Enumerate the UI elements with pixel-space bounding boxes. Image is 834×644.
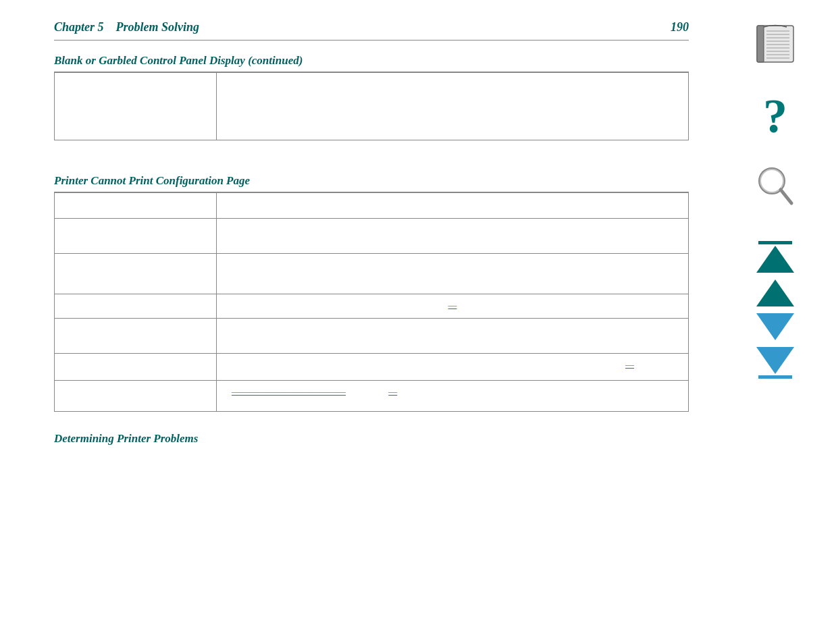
table-cell-right xyxy=(217,73,689,140)
first-page-up-button[interactable] xyxy=(756,241,794,273)
link-text-2[interactable]: — xyxy=(388,386,397,396)
table-cell: — xyxy=(217,294,689,319)
table-cell xyxy=(55,319,217,354)
table-cell xyxy=(55,219,217,254)
table-cell xyxy=(55,381,217,412)
main-content: Chapter 5 Problem Solving 190 Blank or G… xyxy=(0,0,716,644)
chapter-subtitle: Problem Solving xyxy=(116,20,200,34)
section2-table: — — ————————————— — xyxy=(54,192,689,412)
page-down-button[interactable] xyxy=(756,313,794,340)
table-cell xyxy=(217,219,689,254)
table-cell xyxy=(55,193,217,219)
table-cell xyxy=(217,254,689,294)
footer-title: Determining Printer Problems xyxy=(54,432,689,446)
table-row xyxy=(55,193,689,219)
table-row xyxy=(55,319,689,354)
table-row: — xyxy=(55,354,689,381)
table-cell-left xyxy=(55,73,217,140)
table-cell xyxy=(217,193,689,219)
table-row xyxy=(55,219,689,254)
magnify-icon[interactable] xyxy=(755,164,796,214)
sidebar: ? xyxy=(716,0,834,644)
question-icon[interactable]: ? xyxy=(755,90,796,144)
table-row xyxy=(55,254,689,294)
link-text[interactable]: — xyxy=(448,300,457,310)
header: Chapter 5 Problem Solving 190 xyxy=(54,20,689,34)
table-cell xyxy=(55,294,217,319)
table-row xyxy=(55,73,689,140)
table-cell xyxy=(55,354,217,381)
table-row: — xyxy=(55,294,689,319)
link-text[interactable]: — xyxy=(625,359,634,369)
table-row: ————————————— — xyxy=(55,381,689,412)
section1-table xyxy=(54,72,689,140)
table-cell xyxy=(217,319,689,354)
section1-title: Blank or Garbled Control Panel Display (… xyxy=(54,54,689,68)
svg-line-14 xyxy=(781,190,791,203)
svg-text:?: ? xyxy=(763,90,787,141)
chapter-number: Chapter 5 xyxy=(54,20,104,34)
page-up-button[interactable] xyxy=(756,279,794,306)
nav-icons xyxy=(756,241,794,379)
page-number: 190 xyxy=(671,20,689,34)
last-page-down-button[interactable] xyxy=(756,347,794,379)
top-divider xyxy=(54,40,689,41)
section2-title: Printer Cannot Print Configuration Page xyxy=(54,174,689,188)
table-cell: ————————————— — xyxy=(217,381,689,412)
chapter-header: Chapter 5 Problem Solving xyxy=(54,20,199,34)
table-cell: — xyxy=(217,354,689,381)
svg-rect-1 xyxy=(757,26,764,62)
book-icon[interactable] xyxy=(752,20,799,70)
link-text[interactable]: ————————————— xyxy=(232,386,346,396)
table-cell xyxy=(55,254,217,294)
